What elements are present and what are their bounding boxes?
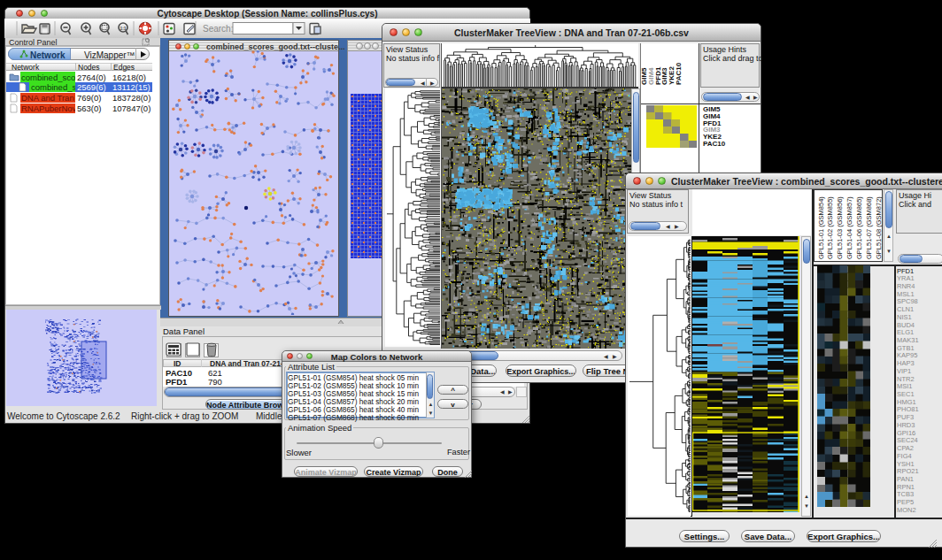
svg-text:GPL51-02 (GSM855): GPL51-02 (GSM855) (826, 196, 834, 259)
svg-text:Search:: Search: (203, 24, 233, 34)
svg-text:GPL51-01 (GSM854): GPL51-01 (GSM854) (817, 196, 825, 259)
svg-text:GPL51-08 (GSM872): GPL51-08 (GSM872) (875, 196, 883, 259)
svg-text:PAC10: PAC10 (675, 62, 683, 85)
svg-text:1:1: 1:1 (120, 26, 126, 31)
svg-text:GPL51-06 (GSM865): GPL51-06 (GSM865) (855, 196, 863, 259)
svg-text:GPL51-07 (GSM868): GPL51-07 (GSM868) (865, 196, 873, 259)
svg-text:GPL51-03 (GSM856): GPL51-03 (GSM856) (836, 196, 844, 259)
svg-text:GPL51-04 (GSM857): GPL51-04 (GSM857) (845, 196, 853, 259)
